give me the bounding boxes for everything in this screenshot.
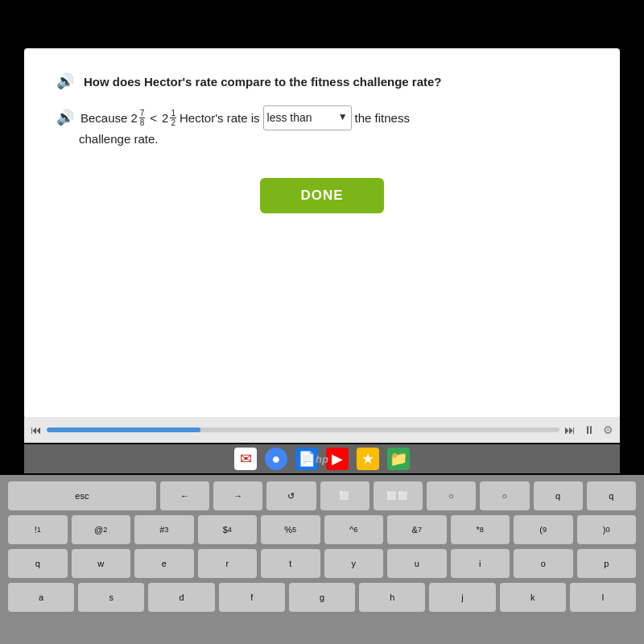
key-k[interactable]: k xyxy=(500,583,566,612)
media-taskbar: ⏮ ⏭ ⏸ ⚙ xyxy=(24,417,620,443)
keyboard: esc ← → ↺ ⬜ ⬜⬜ ○ ○ q q !1 @2 #3 $4 %5 ^6… xyxy=(0,475,644,644)
mixed-number-1: 2 7 8 xyxy=(130,107,145,129)
key-forward[interactable]: → xyxy=(213,481,262,510)
key-bright-up[interactable]: ○ xyxy=(480,481,529,510)
key-dollar[interactable]: $4 xyxy=(198,515,258,544)
key-y[interactable]: y xyxy=(324,549,384,578)
key-o[interactable]: o xyxy=(514,549,573,578)
dropdown-value: less than xyxy=(267,108,312,128)
dropdown-arrow-icon: ▼ xyxy=(338,109,348,126)
key-q[interactable]: q xyxy=(8,549,68,578)
key-i[interactable]: i xyxy=(451,549,510,578)
speaker-icon-2[interactable]: 🔊 xyxy=(56,105,74,130)
progress-bar-fill xyxy=(47,427,200,432)
keyboard-row-special: esc ← → ↺ ⬜ ⬜⬜ ○ ○ q q xyxy=(8,481,636,510)
whole-2: 2 xyxy=(162,107,168,129)
fitness-text: the fitness xyxy=(355,107,410,129)
key-e[interactable]: e xyxy=(134,549,194,578)
done-button-area: DONE xyxy=(56,178,588,213)
question-text: How does Hector's rate compare to the fi… xyxy=(84,75,442,89)
dock-gmail[interactable]: ✉ xyxy=(234,448,257,470)
key-exclaim[interactable]: !1 xyxy=(8,515,68,544)
key-fullscreen[interactable]: ⬜ xyxy=(320,481,369,510)
fraction-1: 7 8 xyxy=(139,109,146,127)
key-amp[interactable]: &7 xyxy=(387,515,447,544)
key-u[interactable]: u xyxy=(387,549,447,578)
denominator-1: 8 xyxy=(139,118,146,127)
key-r[interactable]: r xyxy=(198,549,258,578)
key-windows[interactable]: ⬜⬜ xyxy=(374,481,423,510)
key-caret[interactable]: ^6 xyxy=(324,515,384,544)
key-d[interactable]: d xyxy=(148,583,214,612)
speaker-icon[interactable]: 🔊 xyxy=(56,72,74,90)
answer-row: 🔊 Because 2 7 8 < 2 1 2 Hector xyxy=(56,105,588,130)
dock-star[interactable]: ★ xyxy=(357,448,379,470)
key-star[interactable]: *8 xyxy=(451,515,510,544)
dock-youtube[interactable]: ▶ xyxy=(326,448,349,470)
numerator-2: 1 xyxy=(170,109,176,118)
fraction-2: 1 2 xyxy=(170,109,176,127)
dock-chrome[interactable]: ● xyxy=(265,448,287,470)
less-than-symbol: < xyxy=(148,107,159,129)
question-row: 🔊 How does Hector's rate compare to the … xyxy=(56,72,588,90)
key-lparen[interactable]: (9 xyxy=(514,515,573,544)
key-g[interactable]: g xyxy=(289,583,355,612)
numerator-1: 7 xyxy=(139,109,146,118)
hp-logo: hp xyxy=(316,453,328,465)
key-l[interactable]: l xyxy=(570,583,636,612)
hectors-rate-prefix: Hector's rate is xyxy=(180,107,260,129)
settings-icon[interactable]: ⚙ xyxy=(603,423,613,436)
key-rparen[interactable]: )0 xyxy=(577,515,637,544)
because-label: Because xyxy=(80,107,127,129)
key-refresh[interactable]: ↺ xyxy=(266,481,316,510)
key-s[interactable]: s xyxy=(78,583,144,612)
key-vol-down[interactable]: q xyxy=(587,481,636,510)
seek-right-button[interactable]: ⏭ xyxy=(564,423,576,436)
keyboard-row-qwerty: q w e r t y u i o p xyxy=(8,549,636,578)
key-w[interactable]: w xyxy=(72,549,131,578)
denominator-2: 2 xyxy=(170,118,176,127)
key-hash[interactable]: #3 xyxy=(134,515,194,544)
key-esc[interactable]: esc xyxy=(8,481,156,510)
whole-1: 2 xyxy=(130,107,137,129)
key-at[interactable]: @2 xyxy=(72,515,131,544)
pause-button[interactable]: ⏸ xyxy=(584,423,595,436)
key-bright-down[interactable]: ○ xyxy=(427,481,476,510)
key-p[interactable]: p xyxy=(577,549,637,578)
key-mute[interactable]: q xyxy=(534,481,583,510)
key-back[interactable]: ← xyxy=(160,481,209,510)
done-button[interactable]: DONE xyxy=(260,178,383,213)
progress-bar[interactable] xyxy=(47,427,559,432)
comparison-dropdown[interactable]: less than ▼ xyxy=(263,105,352,130)
dock-docs[interactable]: 📄 xyxy=(295,448,318,470)
key-j[interactable]: j xyxy=(429,583,495,612)
key-a[interactable]: a xyxy=(8,583,74,612)
screen: 🔊 How does Hector's rate compare to the … xyxy=(24,48,620,419)
challenge-text-line: challenge rate. xyxy=(56,132,588,146)
key-t[interactable]: t xyxy=(261,549,320,578)
seek-left-button[interactable]: ⏮ xyxy=(31,423,42,436)
key-h[interactable]: h xyxy=(359,583,425,612)
dock-files[interactable]: 📁 xyxy=(387,448,410,470)
keyboard-row-asdf: a s d f g h j k l xyxy=(8,583,636,612)
mixed-number-2: 2 1 2 xyxy=(162,107,176,129)
key-percent[interactable]: %5 xyxy=(261,515,320,544)
key-f[interactable]: f xyxy=(219,583,285,612)
keyboard-row-numbers: !1 @2 #3 $4 %5 ^6 &7 *8 (9 )0 xyxy=(8,515,636,544)
